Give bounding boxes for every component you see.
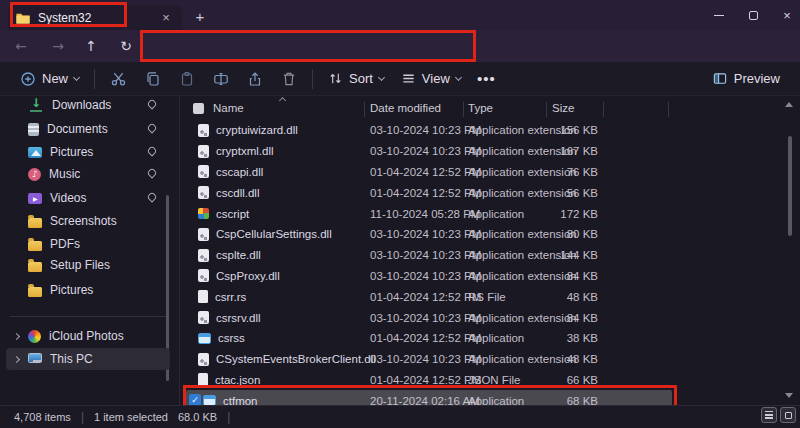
file-size: 172 KB bbox=[510, 208, 598, 220]
view-button[interactable]: View bbox=[393, 67, 469, 90]
sidebar-item-this-pc[interactable]: This PC bbox=[6, 348, 170, 370]
sidebar-item-screenshots[interactable]: Screenshots bbox=[6, 210, 170, 232]
table-row[interactable]: CspCellularSettings.dll03-10-2024 10:23 … bbox=[186, 224, 672, 245]
table-row[interactable]: csrss01-04-2024 12:52 PMApplication38 KB bbox=[186, 328, 672, 349]
column-separator[interactable] bbox=[668, 102, 669, 117]
preview-icon bbox=[712, 71, 728, 86]
address-row: ← → ↑ ↻ This PCOS (C:)WindowsSystem32 bbox=[0, 30, 800, 62]
table-row[interactable]: ctac.json01-04-2024 12:52 PMJSON File66 … bbox=[186, 370, 672, 391]
rename-button[interactable] bbox=[204, 66, 237, 92]
minimize-button[interactable] bbox=[704, 0, 734, 30]
column-header-size[interactable]: Size bbox=[552, 102, 574, 114]
share-button[interactable] bbox=[238, 66, 271, 92]
maximize-button[interactable] bbox=[738, 0, 768, 30]
annotation-rect-addressbar bbox=[140, 30, 476, 62]
table-row[interactable]: cscapi.dll01-04-2024 12:52 PMApplication… bbox=[186, 162, 672, 183]
expand-chevron-icon[interactable] bbox=[13, 332, 20, 339]
file-file-icon bbox=[198, 290, 208, 303]
select-all-checkbox[interactable] bbox=[193, 103, 204, 114]
file-size: 80 KB bbox=[510, 228, 598, 240]
file-name: cscdll.dll bbox=[216, 187, 259, 199]
table-row[interactable]: CSystemEventsBrokerClient.dll03-10-2024 … bbox=[186, 349, 672, 370]
music-icon bbox=[28, 168, 41, 181]
column-header-name[interactable]: Name bbox=[213, 102, 244, 114]
tab-close-icon[interactable]: × bbox=[158, 10, 174, 26]
preview-button[interactable]: Preview bbox=[704, 67, 788, 90]
column-header-type[interactable]: Type bbox=[468, 102, 493, 114]
file-date-modified: 03-10-2024 10:23 PM bbox=[370, 249, 481, 261]
table-row[interactable]: csrsrv.dll03-10-2024 10:23 PMApplication… bbox=[186, 307, 672, 328]
tab-title: System32 bbox=[38, 11, 150, 25]
forward-button[interactable]: → bbox=[49, 37, 67, 55]
expand-chevron-icon[interactable] bbox=[13, 355, 20, 362]
list-scrollbar[interactable] bbox=[788, 112, 792, 390]
table-row[interactable]: csrr.rs01-04-2024 12:52 PMRS File48 KB bbox=[186, 286, 672, 307]
close-button[interactable]: × bbox=[772, 0, 800, 30]
copy-button[interactable] bbox=[136, 66, 169, 92]
table-row[interactable]: cscdll.dll01-04-2024 12:52 PMApplication… bbox=[186, 182, 672, 203]
scroll-down-icon[interactable] bbox=[785, 393, 793, 398]
sidebar-item-icloud-photos[interactable]: iCloud Photos bbox=[6, 325, 170, 347]
dll-file-icon bbox=[198, 353, 209, 366]
pin-icon bbox=[146, 191, 157, 202]
sort-button[interactable]: Sort bbox=[320, 67, 392, 90]
sidebar-item-setup-files[interactable]: Setup Files bbox=[6, 254, 170, 276]
cut-button[interactable] bbox=[102, 66, 135, 92]
toolbar-divider bbox=[94, 69, 95, 89]
dll-file-icon bbox=[198, 145, 209, 158]
sidebar-item-pictures[interactable]: Pictures bbox=[6, 141, 170, 163]
back-button[interactable]: ← bbox=[12, 37, 30, 55]
new-button[interactable]: New bbox=[12, 67, 87, 91]
column-separator[interactable] bbox=[463, 102, 464, 117]
folder-icon bbox=[16, 12, 30, 24]
file-size: 48 KB bbox=[510, 291, 598, 303]
sidebar-item-videos[interactable]: Videos bbox=[6, 187, 170, 209]
copy-icon bbox=[145, 71, 161, 87]
downloads-icon bbox=[28, 97, 44, 113]
dll-file-icon bbox=[198, 165, 209, 178]
table-row[interactable]: cryptuiwizard.dll03-10-2024 10:23 PMAppl… bbox=[186, 120, 672, 141]
sidebar-item-music[interactable]: Music bbox=[6, 163, 170, 185]
maximize-icon bbox=[749, 11, 758, 20]
icons-view-toggle[interactable] bbox=[780, 407, 796, 423]
dll-file-icon bbox=[198, 124, 209, 137]
sidebar-item-pdfs[interactable]: PDFs bbox=[6, 233, 170, 255]
details-view-toggle[interactable] bbox=[761, 407, 777, 423]
new-tab-button[interactable]: + bbox=[190, 6, 210, 26]
sidebar-item-downloads[interactable]: Downloads bbox=[6, 94, 170, 116]
sidebar-item-documents[interactable]: Documents bbox=[6, 118, 170, 140]
table-row[interactable]: cryptxml.dll03-10-2024 10:23 PMApplicati… bbox=[186, 141, 672, 162]
sort-ascending-icon bbox=[279, 97, 286, 104]
scroll-up-icon[interactable] bbox=[785, 102, 793, 107]
delete-button[interactable] bbox=[272, 66, 305, 92]
sidebar-item-pictures[interactable]: Pictures bbox=[6, 279, 170, 301]
selection-count: 1 item selected bbox=[94, 411, 168, 423]
column-separator[interactable] bbox=[603, 102, 604, 117]
view-icon bbox=[401, 71, 416, 86]
table-row[interactable]: csplte.dll03-10-2024 10:23 PMApplication… bbox=[186, 245, 672, 266]
table-row[interactable]: cscript11-10-2024 05:28 PMApplication172… bbox=[186, 203, 672, 224]
titlebar: System32 × + × bbox=[0, 0, 800, 30]
status-bar: 4,708 items | 1 item selected 68.0 KB | bbox=[0, 405, 800, 428]
sidebar-item-label: Screenshots bbox=[50, 214, 117, 228]
details-view-icon bbox=[765, 411, 773, 419]
column-separator[interactable] bbox=[364, 102, 365, 117]
share-icon bbox=[247, 71, 263, 87]
column-header-date[interactable]: Date modified bbox=[370, 102, 441, 114]
file-name: csrsrv.dll bbox=[216, 312, 261, 324]
tab-system32[interactable]: System32 × bbox=[8, 5, 182, 30]
column-separator[interactable] bbox=[546, 102, 547, 117]
refresh-button[interactable]: ↻ bbox=[117, 37, 135, 55]
scrollbar-thumb[interactable] bbox=[788, 136, 792, 236]
table-row[interactable]: CspProxy.dll03-10-2024 10:23 PMApplicati… bbox=[186, 266, 672, 287]
file-name: cscapi.dll bbox=[216, 166, 263, 178]
up-button[interactable]: ↑ bbox=[82, 37, 100, 55]
dll-file-icon bbox=[198, 269, 209, 282]
paste-button[interactable] bbox=[170, 66, 203, 92]
pin-icon bbox=[146, 122, 157, 133]
file-date-modified: 11-10-2024 05:28 PM bbox=[370, 208, 480, 220]
file-list: Name Date modified Type Size cryptuiwiza… bbox=[180, 96, 800, 405]
icons-view-icon bbox=[785, 412, 792, 419]
more-button[interactable]: ••• bbox=[470, 66, 503, 92]
new-button-label: New bbox=[42, 71, 68, 86]
